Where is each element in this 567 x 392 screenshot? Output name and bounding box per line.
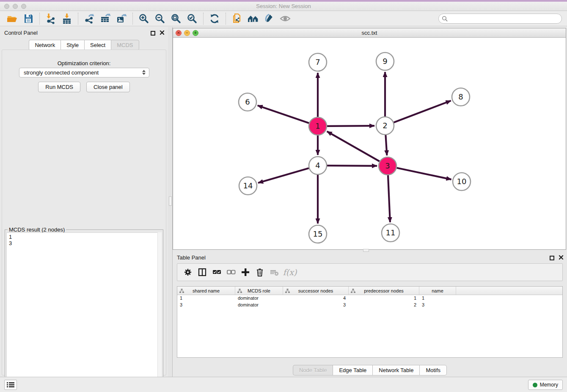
table-cell[interactable]: 4 (283, 295, 349, 302)
table-cell[interactable]: dominator (235, 295, 283, 302)
column-header-MCDS-role[interactable]: MCDS role (235, 287, 283, 295)
window-top-accent (0, 0, 567, 2)
tab-mcds[interactable]: MCDS (111, 40, 139, 50)
graph-edge-3-11[interactable] (388, 175, 390, 222)
zoom-fit-icon[interactable] (170, 12, 182, 25)
close-table-panel-icon[interactable] (559, 254, 564, 262)
tab-motifs[interactable]: Motifs (419, 365, 447, 375)
column-header-shared-name[interactable]: shared name (177, 287, 235, 295)
import-network-icon[interactable] (44, 12, 57, 25)
graph-edge-1-6[interactable] (258, 105, 309, 123)
table-toolbar: f(x) (177, 263, 563, 281)
table-cell[interactable]: 3 (419, 302, 456, 309)
result-scrollbar[interactable] (157, 232, 162, 386)
graph-node-15[interactable]: 15 (309, 225, 327, 243)
graph-node-7[interactable]: 7 (309, 53, 327, 71)
control-panel-tabs: NetworkStyleSelectMCDS (0, 40, 168, 50)
clone-network-icon[interactable] (231, 12, 243, 25)
graph-node-6[interactable]: 6 (239, 93, 256, 111)
select-all-icon[interactable] (209, 265, 224, 279)
table-cell[interactable]: 2 (349, 302, 419, 309)
graph-node-3[interactable]: 3 (379, 157, 396, 175)
zoom-in-icon[interactable] (138, 12, 150, 25)
table-cell[interactable]: 1 (419, 295, 456, 302)
graph-node-9[interactable]: 9 (376, 52, 394, 70)
graph-node-1[interactable]: 1 (309, 117, 327, 135)
float-table-panel-icon[interactable] (550, 256, 554, 260)
column-header-successor-nodes[interactable]: successor nodes (283, 287, 349, 295)
function-icon[interactable]: f(x) (281, 265, 296, 279)
deselect-all-icon[interactable] (224, 265, 238, 279)
open-folder-icon[interactable] (6, 12, 19, 25)
tab-style[interactable]: Style (61, 40, 84, 50)
column-header-name[interactable]: name (419, 287, 456, 295)
gear-icon[interactable] (181, 265, 195, 279)
float-panel-icon[interactable] (151, 31, 155, 36)
mcds-result-text[interactable]: 1 3 (6, 232, 162, 386)
close-panel-icon[interactable] (160, 29, 165, 37)
graph-node-11[interactable]: 11 (382, 224, 399, 242)
export-network-icon[interactable] (83, 12, 96, 25)
houses-icon[interactable] (247, 12, 259, 25)
control-panel: Control Panel NetworkStyleSelectMCDS Opt… (0, 27, 168, 377)
network-canvas[interactable]: 7968124314101511 (173, 38, 566, 249)
graph-edge-4-3[interactable] (327, 166, 377, 166)
add-row-icon[interactable] (238, 265, 253, 279)
memory-button[interactable]: Memory (528, 380, 563, 390)
table-cell[interactable]: dominator (235, 302, 283, 309)
graph-node-14[interactable]: 14 (239, 177, 257, 195)
highlighter-icon[interactable] (263, 12, 275, 25)
table-cell[interactable]: 3 (177, 302, 235, 309)
eye-icon[interactable] (279, 12, 292, 25)
optimization-criterion-select[interactable]: strongly connected component (19, 68, 149, 77)
tab-node-table[interactable]: Node Table (293, 365, 333, 375)
graph-edge-4-14[interactable] (258, 168, 309, 183)
table-cell[interactable]: 3 (283, 302, 349, 309)
tab-network[interactable]: Network (29, 40, 61, 50)
svg-text:6: 6 (245, 97, 250, 106)
graph-node-2[interactable]: 2 (376, 117, 394, 135)
import-table-icon[interactable] (61, 12, 73, 25)
table-row[interactable]: 1dominator411 (177, 295, 562, 302)
table-cell[interactable]: 1 (177, 295, 235, 302)
graph-edge-3-1[interactable] (327, 131, 380, 161)
delete-row-icon[interactable] (253, 265, 267, 279)
task-history-button[interactable] (4, 380, 17, 390)
graph-edge-2-3[interactable] (385, 135, 387, 155)
table-cell[interactable]: 1 (349, 295, 419, 302)
horizontal-splitter-handle[interactable] (363, 249, 369, 252)
delete-table-icon[interactable] (267, 265, 281, 279)
svg-text:10: 10 (457, 177, 467, 186)
graph-node-10[interactable]: 10 (453, 173, 471, 190)
graph-edge-3-10[interactable] (397, 168, 451, 179)
graph-node-8[interactable]: 8 (452, 88, 470, 106)
refresh-layout-icon[interactable] (208, 12, 221, 25)
tab-network-table[interactable]: Network Table (372, 365, 419, 375)
close-panel-button[interactable]: Close panel (86, 82, 130, 92)
save-icon[interactable] (22, 12, 35, 25)
run-mcds-button[interactable]: Run MCDS (38, 82, 80, 92)
memory-label: Memory (540, 382, 558, 388)
columns-icon[interactable] (195, 265, 209, 279)
search-icon (442, 16, 448, 23)
table-panel-header: Table Panel (173, 252, 567, 263)
toolbar-separator (203, 13, 204, 25)
table-row[interactable]: 3dominator323 (177, 302, 562, 309)
column-header-predecessor-nodes[interactable]: predecessor nodes (349, 287, 419, 295)
tab-select[interactable]: Select (84, 40, 111, 50)
network-frame-titlebar[interactable]: ✕ − + scc.txt (173, 28, 566, 38)
export-table-icon[interactable] (99, 12, 112, 25)
export-image-icon[interactable] (115, 12, 128, 25)
graph-edge-2-8[interactable] (394, 101, 451, 122)
splitter-handle[interactable] (169, 196, 172, 206)
main-toolbar (0, 11, 567, 26)
vertical-splitter[interactable] (168, 27, 173, 377)
graph-node-4[interactable]: 4 (309, 157, 327, 174)
graph-edge-1-2[interactable] (327, 126, 374, 126)
node-table: shared nameMCDS rolesuccessor nodesprede… (177, 286, 563, 358)
search-input[interactable] (438, 14, 562, 24)
mcds-panel: Optimization criterion: strongly connect… (2, 50, 166, 375)
zoom-out-icon[interactable] (154, 12, 166, 25)
tab-edge-table[interactable]: Edge Table (333, 365, 372, 375)
zoom-selected-icon[interactable] (186, 12, 198, 25)
